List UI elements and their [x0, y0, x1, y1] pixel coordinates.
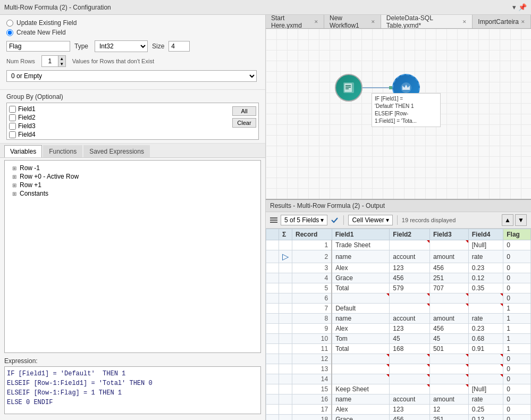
table-row: 7Default1 [266, 304, 531, 314]
node-crown[interactable]: IF [Field1] ='Default' THEN 1ELSEIF [Row… [392, 74, 420, 102]
tab-start-here-label: Start Here.yxmd [271, 15, 312, 29]
row-icon-right [279, 324, 292, 334]
expression-textarea[interactable]: IF [Field1] = 'Default' THEN 1 ELSEIF [R… [4, 366, 261, 414]
all-button[interactable]: All [232, 106, 256, 116]
cell-flag: 0 [503, 354, 531, 364]
cell-field1: Keep Sheet [332, 384, 390, 394]
cell-record: 5 [292, 283, 332, 293]
results-toolbar: 5 of 5 Fields ▾ Cell Viewer ▾ 19 records… [266, 212, 531, 229]
row-icon-left [266, 405, 279, 415]
table-row: 8nameaccountamountrate1 [266, 314, 531, 324]
groupby-field4-check[interactable] [9, 131, 16, 138]
values-select[interactable]: 0 or Empty Null [6, 70, 257, 82]
row-icon-right [279, 314, 292, 324]
groupby-field4: Field4 [9, 131, 228, 138]
type-select[interactable]: Int32 String Double Bool [95, 40, 148, 52]
th-record: Record [292, 229, 332, 240]
create-new-radio[interactable] [6, 29, 13, 36]
cell-record: 16 [292, 394, 332, 405]
tree-row-minus1[interactable]: ⊞ Row -1 [11, 164, 254, 172]
tree-label-row-minus1: Row -1 [20, 164, 40, 172]
cell-flag: 0 [503, 364, 531, 374]
cell-field2: 123 [390, 405, 430, 415]
cell-field4 [468, 364, 503, 374]
cell-flag: 0 [503, 405, 531, 415]
tab-importcarteira[interactable]: ImportCarteira ✕ [473, 15, 531, 28]
tab-new-workflow1[interactable]: New Workflow1 ✕ [324, 15, 381, 28]
field-name-input[interactable] [6, 41, 70, 52]
row-icon-left [266, 283, 279, 293]
tab-deletedata-close[interactable]: ✕ [462, 19, 467, 24]
row-icon-right [279, 293, 292, 304]
groupby-field1-check[interactable] [9, 106, 16, 113]
size-input[interactable] [168, 41, 190, 52]
cell-record: 10 [292, 334, 332, 344]
cell-field1: name [332, 250, 390, 263]
row-icon-right [279, 364, 292, 374]
cell-record: 14 [292, 374, 332, 384]
row-icon-right [279, 344, 292, 354]
tree-constants[interactable]: ⊞ Constants [11, 189, 254, 198]
spinner-up[interactable]: ▲ [58, 56, 65, 61]
cell-field2 [390, 374, 430, 384]
tree-row-plus1[interactable]: ⊞ Row +1 [11, 181, 254, 189]
svg-rect-1 [344, 83, 352, 92]
cell-field4: rate [468, 250, 503, 263]
create-new-row: Create New Field [6, 29, 259, 36]
canvas-area[interactable]: IF [Field1] ='Default' THEN 1ELSEIF [Row… [266, 29, 531, 199]
field-config-row: Type Int32 String Double Bool Size [6, 40, 259, 52]
tab-deletedata-label: DeleteData-SQL Table.yxmd* [386, 15, 461, 29]
cell-field3 [429, 304, 468, 314]
cell-flag: 0 [503, 273, 531, 283]
node-book[interactable] [335, 74, 363, 102]
tab-new-workflow1-close[interactable]: ✕ [371, 19, 375, 24]
spinner-down[interactable]: ▼ [58, 61, 65, 66]
tab-functions[interactable]: Functions [43, 145, 82, 157]
tab-start-here[interactable]: Start Here.yxmd ✕ [266, 15, 324, 28]
groupby-field4-label: Field4 [18, 131, 36, 138]
nav-down-button[interactable]: ▼ [515, 214, 527, 226]
node-label: IF [Field1] ='Default' THEN 1ELSEIF [Row… [372, 93, 441, 127]
clear-button[interactable]: Clear [232, 118, 256, 128]
groupby-field3-check[interactable] [9, 123, 16, 130]
results-table-wrap[interactable]: Σ Record Field1 Field2 Field3 Field4 Fla… [266, 229, 531, 420]
fields-button[interactable]: 5 of 5 Fields ▾ [281, 215, 327, 225]
menu-icon[interactable] [270, 217, 277, 223]
cell-viewer-button[interactable]: Cell Viewer ▾ [348, 215, 392, 225]
cell-field3: 45 [429, 334, 468, 344]
row-icon-left [266, 293, 279, 304]
title-bar: Multi-Row Formula (2) - Configuration ▾ … [0, 0, 531, 15]
expander-constants: ⊞ [11, 190, 18, 197]
tree-row-0[interactable]: ⊞ Row +0 - Active Row [11, 172, 254, 181]
tree-label-constants: Constants [20, 190, 48, 197]
tab-start-here-close[interactable]: ✕ [314, 19, 318, 24]
collapse-icon[interactable]: ▾ [512, 3, 516, 11]
tab-saved-expressions[interactable]: Saved Expressions [83, 145, 150, 157]
results-header: Results - Multi-Row Formula (2) - Output [266, 200, 531, 212]
pin-icon[interactable]: 📌 [518, 3, 527, 11]
groupby-field2-check[interactable] [9, 114, 16, 121]
nav-up-button[interactable]: ▲ [502, 214, 513, 226]
tab-variables[interactable]: Variables [4, 145, 42, 157]
groupby-list: Field1 Field2 Field3 Field4 [9, 105, 228, 137]
tree-label-row-0: Row +0 - Active Row [20, 173, 79, 180]
row-icon-right [279, 394, 292, 405]
cell-flag: 1 [503, 334, 531, 344]
cell-record: 1 [292, 240, 332, 250]
tab-importcarteira-close[interactable]: ✕ [521, 19, 525, 24]
numrows-label: Num Rows [6, 58, 35, 64]
update-existing-radio[interactable] [6, 20, 13, 27]
cell-field3 [429, 240, 468, 250]
cell-field3: 501 [429, 344, 468, 354]
tab-deletedata[interactable]: DeleteData-SQL Table.yxmd* ✕ [381, 15, 473, 28]
table-row: 5Total5797070.350 [266, 283, 531, 293]
cell-flag: 1 [503, 304, 531, 314]
numrows-input[interactable] [42, 57, 58, 65]
vars-tree: ⊞ Row -1 ⊞ Row +0 - Active Row ⊞ Row +1 … [4, 160, 261, 353]
row-icon-right [279, 263, 292, 273]
cell-field2: account [390, 250, 430, 263]
cell-viewer-text: Cell Viewer [352, 216, 384, 224]
cell-record: 18 [292, 415, 332, 421]
config-section: Update Existing Field Create New Field T… [0, 15, 265, 90]
groupby-field1: Field1 [9, 105, 228, 113]
